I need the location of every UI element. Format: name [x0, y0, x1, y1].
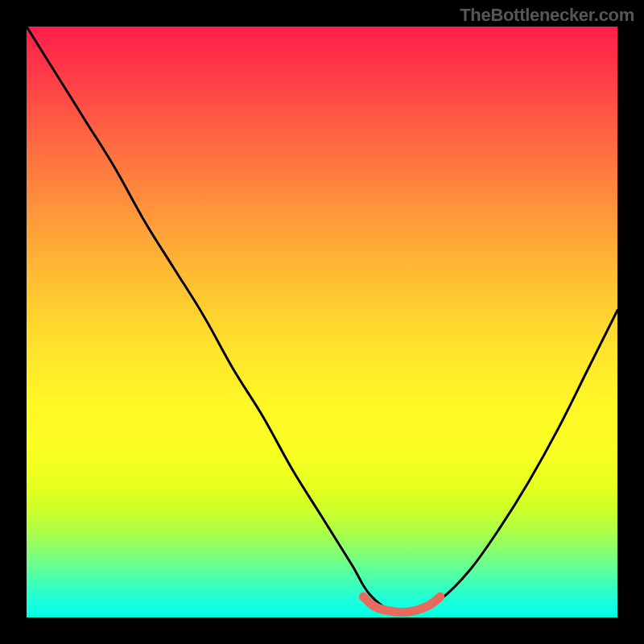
chart-svg: [27, 27, 617, 617]
attribution-label: TheBottlenecker.com: [460, 5, 634, 26]
bottleneck-curve: [27, 27, 617, 613]
chart-plot-area: [27, 27, 617, 617]
chart-container: TheBottlenecker.com: [0, 0, 644, 644]
